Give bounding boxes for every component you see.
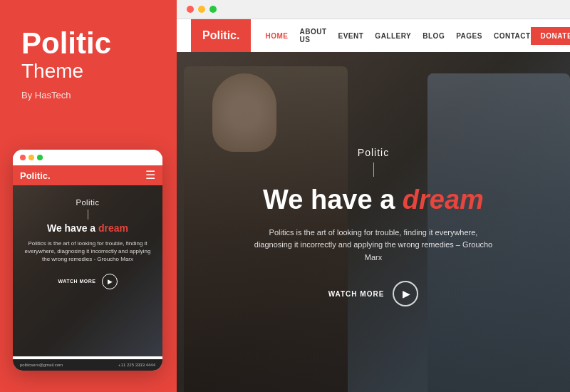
mobile-title-plain: We have a: [47, 222, 98, 234]
nav-blog[interactable]: BLOG: [423, 32, 445, 40]
nav-pages[interactable]: PAGES: [456, 32, 482, 40]
nav-links: HOME ABOUT US EVENT GALLERY BLOG PAGES C…: [265, 28, 530, 43]
desktop-nav: Politic. HOME ABOUT US EVENT GALLERY BLO…: [177, 19, 570, 52]
theme-by: By HasTech: [21, 90, 155, 100]
hero-eyebrow: Politic: [358, 147, 389, 158]
nav-contact[interactable]: CONTACT: [494, 32, 531, 40]
watch-row: WATCH MORE ▶: [328, 281, 419, 306]
hero-title-dream: dream: [403, 185, 484, 215]
mobile-watch-more: WATCH MORE: [58, 279, 95, 284]
hamburger-icon[interactable]: ☰: [145, 170, 155, 181]
mobile-hero-title: We have a dream: [47, 222, 128, 234]
browser-dot-yellow: [198, 6, 205, 13]
mobile-title-dream: dream: [98, 222, 128, 234]
theme-subtitle: Theme: [21, 60, 155, 83]
play-icon: ▶: [403, 288, 410, 299]
mobile-play-button[interactable]: ▶: [102, 274, 118, 289]
left-panel: Politic Theme By HasTech Politic. ☰ Poli…: [0, 0, 177, 392]
mobile-dot-green: [37, 155, 43, 160]
watch-more-label: WATCH MORE: [328, 290, 385, 298]
browser-dot-green: [209, 6, 217, 13]
nav-gallery[interactable]: GALLERY: [375, 32, 411, 40]
mobile-footer-phone: +11 225 3333 4444: [118, 363, 155, 367]
desktop-hero: Politic We have a dream Politics is the …: [177, 52, 570, 392]
mobile-top-bar: [13, 150, 162, 165]
mobile-hero: Politic We have a dream Politics is the …: [13, 185, 162, 356]
desktop-logo-area: Politic.: [191, 19, 251, 52]
desktop-logo: Politic.: [202, 29, 239, 42]
mobile-play-icon: ▶: [108, 278, 113, 285]
mobile-dots: [20, 155, 43, 160]
hero-content: Politic We have a dream Politics is the …: [177, 52, 570, 392]
mobile-dot-yellow: [28, 155, 34, 160]
hero-title-plain: We have a: [263, 185, 403, 215]
mobile-eyebrow: Politic: [76, 198, 100, 207]
mobile-logo-bar: Politic. ☰: [13, 165, 162, 185]
hero-divider: [373, 163, 374, 177]
mobile-footer: politicserv@gmail.com +11 225 3333 4444: [13, 359, 162, 371]
mobile-footer-email: politicserv@gmail.com: [20, 363, 63, 367]
nav-about[interactable]: ABOUT US: [299, 28, 326, 43]
mobile-hero-desc: Politics is the art of looking for troub…: [21, 239, 154, 264]
browser-mockup: Politic. HOME ABOUT US EVENT GALLERY BLO…: [177, 0, 570, 392]
hero-description: Politics is the art of looking for troub…: [252, 227, 494, 264]
browser-dot-red: [187, 6, 194, 13]
theme-title: Politic: [21, 29, 155, 58]
hero-main-title: We have a dream: [263, 185, 484, 215]
donate-button[interactable]: DONATE: [531, 27, 570, 45]
mobile-mockup: Politic. ☰ Politic We have a dream Polit…: [13, 150, 162, 371]
play-button[interactable]: ▶: [393, 281, 418, 306]
mobile-divider: [88, 210, 88, 220]
nav-event[interactable]: EVENT: [338, 32, 364, 40]
mobile-dot-red: [20, 155, 26, 160]
browser-chrome: [177, 0, 570, 19]
nav-home[interactable]: HOME: [265, 32, 288, 40]
mobile-logo: Politic.: [20, 170, 51, 181]
mobile-watch-row: WATCH MORE ▶: [58, 274, 117, 289]
mobile-hero-content: Politic We have a dream Politics is the …: [13, 185, 162, 356]
